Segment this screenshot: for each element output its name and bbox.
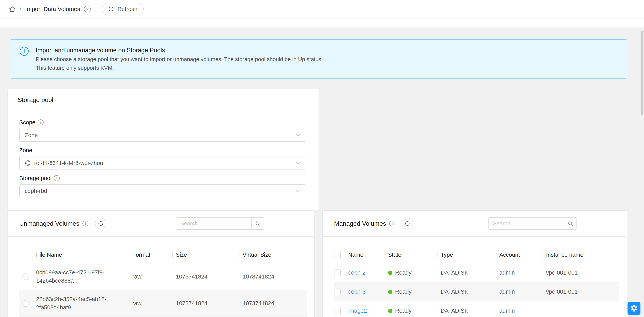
state-cell: Ready [385, 301, 438, 317]
managed-search-button[interactable] [564, 217, 577, 230]
ready-status-dot [388, 309, 392, 313]
search-icon [255, 221, 261, 226]
scope-info-icon[interactable]: i [38, 119, 44, 125]
col-file-name: File Name [33, 246, 129, 263]
refresh-label: Refresh [118, 6, 138, 12]
breadcrumb-bar: / Import Data Volumes ? Refresh [0, 0, 644, 19]
managed-info-icon[interactable]: i [389, 221, 395, 226]
scope-label-row: Scope i [19, 118, 306, 127]
col-state: State [385, 246, 438, 263]
scope-select[interactable]: Zone [19, 129, 306, 142]
format-cell: raw [129, 290, 173, 316]
file-name-cell: 22b63c2b-352a-4ec5-ab12-2fa508d4baf9 [33, 290, 129, 316]
radio-cell [19, 263, 33, 290]
zone-select[interactable]: ref-trl-6341-k-Mr8-wei-zhou [19, 157, 306, 169]
ready-status-dot [388, 271, 392, 275]
import-data-volumes-page: { "breadcrumb": { "separator": "/", "cur… [0, 0, 644, 317]
question-glyph: ? [86, 7, 88, 12]
chevron-down-icon [296, 160, 300, 166]
vertical-scrollbar[interactable] [641, 31, 644, 115]
info-alert: i Import and unmanage volume on Storage … [10, 39, 627, 79]
alert-title: Import and unmanage volume on Storage Po… [36, 46, 323, 55]
content-area: i Import and unmanage volume on Storage … [0, 28, 644, 317]
info-circle-icon: i [20, 47, 29, 56]
state-label: Ready [395, 307, 412, 314]
table-row[interactable]: image2 Ready DATADISK admin [334, 301, 620, 317]
globe-icon [25, 160, 31, 166]
checkbox-cell [334, 263, 345, 282]
unmanaged-search-group [176, 217, 264, 230]
radio-column-header [19, 246, 33, 263]
reload-icon [404, 221, 410, 226]
volume-link[interactable]: ceph-2 [348, 269, 366, 276]
name-cell: image2 [345, 301, 385, 317]
select-all-checkbox[interactable] [334, 252, 341, 258]
managed-search-input[interactable] [488, 217, 564, 230]
info-glyph: i [40, 120, 41, 125]
reload-icon [108, 6, 114, 12]
managed-search-group [488, 217, 577, 230]
row-checkbox[interactable] [334, 288, 341, 295]
pool-select[interactable]: ceph-rbd [19, 184, 306, 197]
instance-cell [543, 301, 620, 317]
zone-label-row: Zone [19, 146, 306, 155]
type-cell: DATADISK [438, 301, 496, 317]
row-checkbox[interactable] [334, 269, 341, 276]
checkbox-cell [334, 301, 345, 317]
zone-label: Zone [19, 147, 32, 154]
managed-volumes-card: Managed Volumes i [322, 210, 627, 317]
scope-label: Scope [19, 119, 35, 126]
col-instance-name: Instance name [543, 246, 620, 263]
chevron-down-icon [296, 188, 300, 193]
settings-fab[interactable] [628, 302, 640, 315]
info-glyph: i [23, 48, 25, 54]
table-row[interactable]: ceph-3 Ready DATADISK admin vpc-001-001 [334, 282, 620, 301]
managed-volumes-table: Name State Type Account Instance name ce… [334, 246, 620, 317]
state-label: Ready [395, 269, 412, 276]
managed-header-row: Name State Type Account Instance name [334, 246, 620, 263]
unmanaged-info-icon[interactable]: i [82, 221, 88, 226]
table-row[interactable]: 0cb099aa-cc7e-4721-97f9-14264bce838a raw… [19, 263, 307, 290]
info-glyph: i [392, 221, 393, 226]
pool-label-row: Storage pool i [19, 174, 306, 182]
volume-link[interactable]: ceph-3 [348, 288, 366, 295]
unmanaged-card-header: Unmanaged Volumes i [8, 211, 314, 236]
unmanaged-search-input[interactable] [176, 217, 252, 230]
row-radio[interactable] [22, 300, 29, 307]
col-size: Size [173, 246, 240, 263]
account-cell: admin [496, 301, 543, 317]
storage-pool-card-title: Storage pool [8, 89, 318, 111]
row-checkbox[interactable] [334, 307, 341, 314]
breadcrumb: / Import Data Volumes ? [9, 6, 91, 13]
ready-status-dot [388, 290, 392, 294]
volume-link[interactable]: image2 [348, 307, 367, 314]
pool-info-icon[interactable]: i [54, 175, 60, 181]
col-type: Type [438, 246, 496, 263]
refresh-button[interactable]: Refresh [102, 3, 144, 15]
info-glyph: i [56, 176, 57, 180]
managed-refresh-button[interactable] [402, 218, 413, 229]
breadcrumb-current: Import Data Volumes [25, 6, 80, 12]
unmanaged-search-button[interactable] [252, 217, 264, 230]
checkbox-cell [334, 282, 345, 301]
unmanaged-refresh-button[interactable] [95, 218, 106, 229]
storage-pool-form: Scope i Zone Zone ref-trl-6341-k-Mr8-wei… [8, 111, 318, 197]
storage-pool-card: Storage pool Scope i Zone Zone ref-trl-6… [8, 89, 319, 210]
row-radio[interactable] [22, 273, 29, 280]
type-cell: DATADISK [438, 263, 496, 282]
home-icon[interactable] [9, 6, 16, 13]
alert-line1: Please choose a storage pool that you wa… [36, 55, 323, 64]
col-format: Format [129, 246, 173, 263]
table-row[interactable]: 22b63c2b-352a-4ec5-ab12-2fa508d4baf9 raw… [19, 290, 307, 316]
scope-select-value: Zone [25, 132, 38, 138]
table-row[interactable]: ceph-2 Ready DATADISK admin vpc-001-001 [334, 263, 620, 282]
account-cell: admin [496, 263, 543, 282]
help-question-icon[interactable]: ? [84, 6, 91, 12]
size-cell: 1073741824 [173, 290, 240, 316]
managed-title: Managed Volumes [334, 220, 386, 227]
size-cell: 1073741824 [173, 263, 240, 290]
volumes-row: Unmanaged Volumes i [8, 210, 644, 317]
divider [323, 236, 627, 237]
col-name: Name [345, 246, 385, 263]
name-cell: ceph-3 [345, 282, 385, 301]
